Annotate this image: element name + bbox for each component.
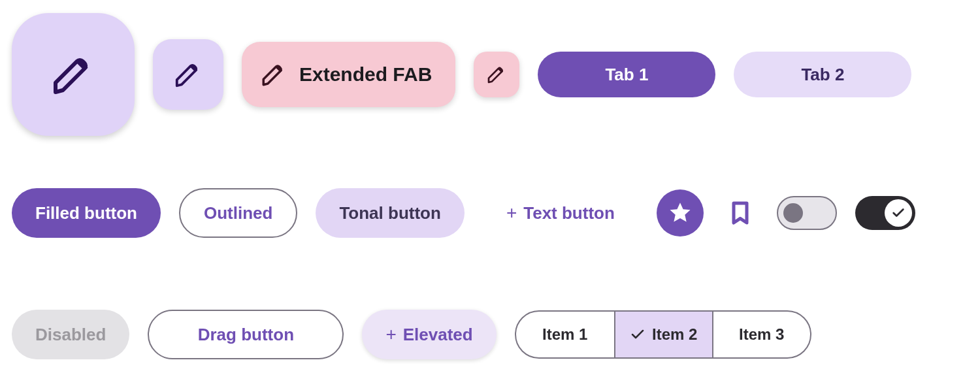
button-label: Disabled <box>35 325 106 345</box>
tab-2[interactable]: Tab 2 <box>734 52 911 97</box>
bookmark-icon-button[interactable] <box>722 195 759 231</box>
button-label: Elevated <box>403 325 473 345</box>
edit-icon <box>50 51 97 98</box>
fab-small[interactable] <box>474 52 519 97</box>
switch-thumb <box>885 199 912 227</box>
disabled-button: Disabled <box>12 310 129 359</box>
switch-off[interactable] <box>777 196 837 230</box>
segmented-buttons: Item 1 Item 2 Item 3 <box>515 310 811 359</box>
segment-item-1[interactable]: Item 1 <box>516 312 614 357</box>
text-button[interactable]: + Text button <box>483 188 638 238</box>
bookmark-icon <box>727 200 753 226</box>
button-label: Tonal button <box>339 203 440 223</box>
tab-label: Tab 2 <box>801 65 844 85</box>
plus-icon: + <box>506 204 517 222</box>
button-label: Text button <box>523 203 615 223</box>
segment-label: Item 1 <box>542 325 587 344</box>
edit-icon <box>173 59 203 90</box>
switch-on[interactable] <box>855 196 915 230</box>
tonal-button[interactable]: Tonal button <box>316 188 464 238</box>
extended-fab[interactable]: Extended FAB <box>242 42 455 107</box>
fab-medium[interactable] <box>153 39 223 110</box>
filled-button[interactable]: Filled button <box>12 188 161 238</box>
check-icon <box>630 327 645 342</box>
segment-label: Item 2 <box>652 325 697 344</box>
tab-label: Tab 1 <box>605 65 648 85</box>
edit-icon <box>260 61 287 88</box>
outlined-button[interactable]: Outlined <box>179 188 297 238</box>
tab-1[interactable]: Tab 1 <box>538 52 715 97</box>
check-icon <box>891 206 906 220</box>
button-label: Drag button <box>198 325 294 345</box>
fab-large[interactable] <box>12 13 135 136</box>
star-icon <box>668 201 693 225</box>
drag-button[interactable]: Drag button <box>148 310 344 359</box>
segment-item-2[interactable]: Item 2 <box>614 312 712 357</box>
plus-icon: + <box>385 325 396 344</box>
switch-thumb <box>783 203 803 223</box>
button-label: Filled button <box>35 203 137 223</box>
star-icon-button[interactable] <box>657 189 704 237</box>
edit-icon <box>486 64 507 85</box>
segment-item-3[interactable]: Item 3 <box>712 312 810 357</box>
extended-fab-label: Extended FAB <box>299 63 432 86</box>
button-label: Outlined <box>204 203 272 223</box>
elevated-button[interactable]: + Elevated <box>362 310 496 359</box>
segment-label: Item 3 <box>739 325 784 344</box>
